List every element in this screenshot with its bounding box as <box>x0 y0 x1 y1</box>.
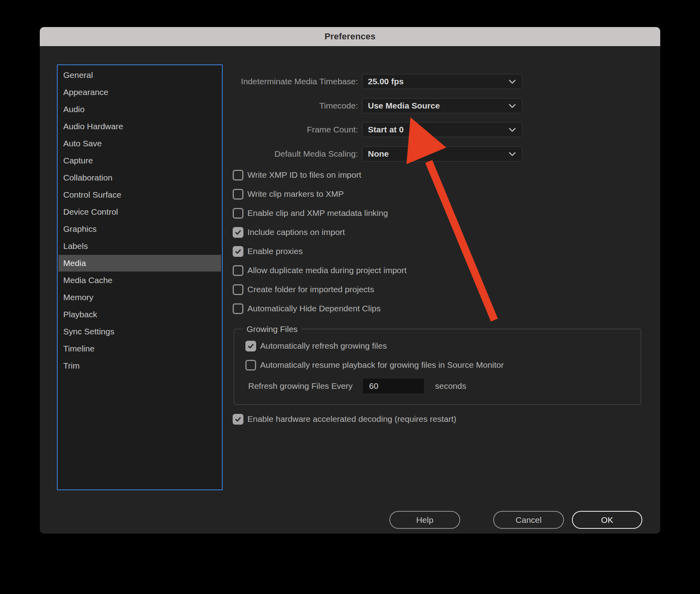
indeterminate-media-timebase-label: Indeterminate Media Timebase: <box>199 77 358 86</box>
check-icon <box>234 248 242 255</box>
sidebar-item-audio-hardware[interactable]: Audio Hardware <box>58 118 221 135</box>
preferences-dialog: Preferences General Appearance Audio Aud… <box>40 27 660 534</box>
checkbox-label: Include captions on import <box>247 227 345 237</box>
default-media-scaling-label: Default Media Scaling: <box>199 149 358 159</box>
title-bar[interactable]: Preferences <box>40 27 660 46</box>
chevron-down-icon <box>508 80 516 84</box>
check-icon <box>234 229 242 236</box>
refresh-interval-label: Refresh growing Files Every <box>248 378 353 394</box>
sidebar-item-auto-save[interactable]: Auto Save <box>58 135 221 152</box>
checkbox-enable-proxies[interactable]: Enable proxies <box>233 242 303 261</box>
checkbox-label: Enable proxies <box>247 247 303 256</box>
timecode-dropdown[interactable]: Use Media Source <box>362 98 522 113</box>
help-button[interactable]: Help <box>389 511 460 529</box>
indeterminate-media-timebase-dropdown[interactable]: 25.00 fps <box>362 74 522 89</box>
checkbox-box[interactable] <box>233 189 243 200</box>
frame-count-row: Frame Count: Start at 0 <box>199 122 522 137</box>
dropdown-value: Use Media Source <box>362 101 440 111</box>
sidebar-item-playback[interactable]: Playback <box>58 306 221 323</box>
dropdown-value: 25.00 fps <box>362 77 404 86</box>
sidebar-item-timeline[interactable]: Timeline <box>58 340 221 357</box>
check-icon <box>234 415 242 423</box>
checkbox-label: Enable clip and XMP metadata linking <box>247 208 388 218</box>
checkbox-label: Create folder for imported projects <box>247 285 374 294</box>
sidebar-item-sync-settings[interactable]: Sync Settings <box>58 323 221 340</box>
checkbox-box[interactable] <box>233 246 243 257</box>
dropdown-value: None <box>362 149 389 159</box>
timecode-row: Timecode: Use Media Source <box>199 98 522 113</box>
default-media-scaling-row: Default Media Scaling: None <box>199 146 522 161</box>
dropdown-value: Start at 0 <box>362 125 404 134</box>
checkbox-box[interactable] <box>233 284 243 295</box>
checkbox-box[interactable] <box>233 170 243 181</box>
checkbox-label: Write clip markers to XMP <box>247 189 344 199</box>
cancel-button[interactable]: Cancel <box>493 511 564 529</box>
chevron-down-icon <box>508 128 516 132</box>
chevron-down-icon <box>508 104 516 109</box>
screen: Preferences General Appearance Audio Aud… <box>0 0 700 594</box>
checkbox-label: Allow duplicate media during project imp… <box>247 266 406 275</box>
checkbox-hw-accel-decoding[interactable]: Enable hardware accelerated decoding (re… <box>233 410 456 429</box>
sidebar-item-media-cache[interactable]: Media Cache <box>58 272 221 289</box>
sidebar-item-general[interactable]: General <box>58 67 221 83</box>
checkbox-enable-clip-xmp-linking[interactable]: Enable clip and XMP metadata linking <box>233 204 388 223</box>
refresh-interval-units: seconds <box>435 378 466 394</box>
checkbox-box[interactable] <box>233 414 243 425</box>
timecode-label: Timecode: <box>199 101 358 111</box>
indeterminate-media-timebase-row: Indeterminate Media Timebase: 25.00 fps <box>199 74 522 89</box>
sidebar-item-media[interactable]: Media <box>58 255 221 272</box>
checkbox-include-captions[interactable]: Include captions on import <box>233 223 345 242</box>
checkbox-write-clip-markers[interactable]: Write clip markers to XMP <box>233 184 344 204</box>
checkbox-label: Automatically resume playback for growin… <box>260 360 504 370</box>
checkbox-box[interactable] <box>233 265 243 276</box>
checkbox-label: Automatically refresh growing files <box>260 341 387 351</box>
checkbox-write-xmp-id[interactable]: Write XMP ID to files on import <box>233 165 361 184</box>
checkbox-create-folder[interactable]: Create folder for imported projects <box>233 280 374 299</box>
frame-count-dropdown[interactable]: Start at 0 <box>362 122 522 137</box>
page-title: Preferences <box>325 31 375 42</box>
checkbox-auto-refresh-growing-files[interactable]: Automatically refresh growing files <box>245 336 387 355</box>
checkbox-label: Enable hardware accelerated decoding (re… <box>247 414 456 424</box>
checkbox-label: Automatically Hide Dependent Clips <box>247 304 381 313</box>
chevron-down-icon <box>508 152 516 157</box>
checkbox-box[interactable] <box>245 360 256 371</box>
sidebar-item-trim[interactable]: Trim <box>58 357 221 374</box>
sidebar-item-memory[interactable]: Memory <box>58 289 221 306</box>
sidebar-item-labels[interactable]: Labels <box>58 238 221 254</box>
growing-files-group-title: Growing Files <box>243 323 301 335</box>
checkbox-box[interactable] <box>233 227 243 238</box>
sidebar-item-audio[interactable]: Audio <box>58 101 221 118</box>
refresh-interval-input[interactable] <box>362 378 424 394</box>
sidebar-item-control-surface[interactable]: Control Surface <box>58 186 221 203</box>
checkbox-box[interactable] <box>233 303 243 314</box>
checkbox-box[interactable] <box>233 208 243 219</box>
growing-files-group: Growing Files Automatically refresh grow… <box>234 329 641 405</box>
sidebar-item-appearance[interactable]: Appearance <box>58 84 221 101</box>
sidebar-item-collaboration[interactable]: Collaboration <box>58 169 221 186</box>
checkbox-auto-resume-playback[interactable]: Automatically resume playback for growin… <box>245 355 504 375</box>
checkbox-box[interactable] <box>245 341 256 351</box>
check-icon <box>247 342 255 350</box>
checkbox-allow-duplicate-media[interactable]: Allow duplicate media during project imp… <box>233 261 406 280</box>
sidebar-item-graphics[interactable]: Graphics <box>58 221 221 237</box>
ok-button[interactable]: OK <box>572 511 642 529</box>
default-media-scaling-dropdown[interactable]: None <box>362 146 522 161</box>
sidebar-item-capture[interactable]: Capture <box>58 152 221 169</box>
checkbox-label: Write XMP ID to files on import <box>247 170 361 180</box>
sidebar-item-device-control[interactable]: Device Control <box>58 204 221 220</box>
checkbox-auto-hide-dependent-clips[interactable]: Automatically Hide Dependent Clips <box>233 299 381 318</box>
sidebar-category-list: General Appearance Audio Audio Hardware … <box>57 64 223 490</box>
frame-count-label: Frame Count: <box>199 125 358 134</box>
